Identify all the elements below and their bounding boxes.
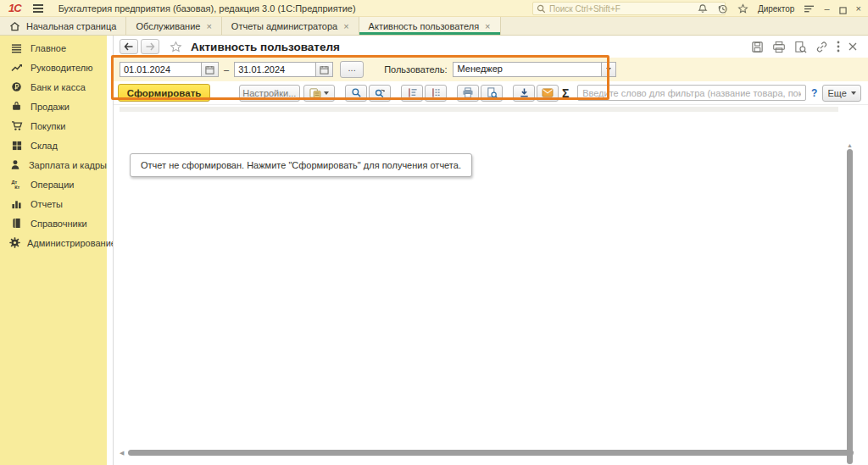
print-preview-icon[interactable] xyxy=(794,41,807,53)
report-top-strip xyxy=(120,107,838,112)
app-logo: 1С xyxy=(8,2,21,14)
current-user[interactable]: Директор xyxy=(758,4,795,14)
chevron-down-icon[interactable] xyxy=(601,62,616,77)
history-icon[interactable] xyxy=(717,3,728,14)
search-input[interactable] xyxy=(549,4,721,14)
minimize-button[interactable]: – xyxy=(824,0,829,17)
date-from-input[interactable] xyxy=(120,62,201,77)
sidebar-item-label: Банк и касса xyxy=(31,82,86,92)
svg-text:Дт: Дт xyxy=(11,180,17,185)
cart-icon xyxy=(9,120,24,131)
tab-home[interactable]: Начальная страница xyxy=(0,17,126,35)
report-header: Активность пользователя xyxy=(114,36,868,58)
user-select-value[interactable]: Менеджер xyxy=(453,62,601,77)
tabbar: Начальная страница Обслуживание × Отчеты… xyxy=(0,17,868,36)
toolbar-row: Сформировать Настройки... xyxy=(114,81,868,105)
get-link-icon[interactable] xyxy=(815,41,828,53)
tab-close-icon[interactable]: × xyxy=(343,21,348,31)
back-button[interactable] xyxy=(120,39,138,54)
find-button[interactable] xyxy=(345,85,367,102)
sidebar-item-purchases[interactable]: Покупки xyxy=(0,116,107,136)
tab-close-icon[interactable]: × xyxy=(485,21,490,31)
sidebar-item-operations[interactable]: ДтКт Операции xyxy=(0,174,107,194)
date-from-field xyxy=(120,62,219,77)
save-icon[interactable] xyxy=(751,41,764,53)
person-icon xyxy=(9,159,22,170)
ruble-icon xyxy=(9,81,24,92)
window-title: Бухгалтерия предприятия (базовая), редак… xyxy=(58,3,356,14)
print-icon[interactable] xyxy=(772,41,786,53)
sidebar-item-salary-hr[interactable]: Зарплата и кадры xyxy=(0,155,107,174)
close-button[interactable]: × xyxy=(856,0,861,17)
service-menu-icon[interactable] xyxy=(804,4,815,14)
search-group xyxy=(345,85,391,102)
expand-groups-button[interactable] xyxy=(425,85,447,102)
user-select: Менеджер xyxy=(453,62,616,77)
report-message: Отчет не сформирован. Нажмите "Сформиров… xyxy=(130,153,472,177)
sidebar-item-sales[interactable]: Продажи xyxy=(0,97,107,116)
period-more-button[interactable]: ... xyxy=(340,61,364,78)
trend-icon xyxy=(9,63,24,73)
sidebar-item-label: Продажи xyxy=(31,102,70,112)
report-form: Активность пользователя xyxy=(113,36,868,465)
cancel-find-button[interactable] xyxy=(369,85,391,102)
send-email-button[interactable] xyxy=(537,85,559,102)
more-button[interactable]: Еще xyxy=(822,85,861,102)
titlebar-right-controls: Директор – × xyxy=(698,0,861,17)
close-form-icon[interactable] xyxy=(849,42,857,51)
calendar-icon[interactable] xyxy=(201,62,219,77)
scroll-up-icon[interactable]: ▲ xyxy=(847,142,853,148)
generate-button[interactable]: Сформировать xyxy=(118,84,210,102)
print-group xyxy=(457,85,503,102)
grouping-group xyxy=(401,85,447,102)
sidebar: Главное Руководителю Банк и касса Продаж… xyxy=(0,36,107,465)
filter-input[interactable] xyxy=(577,85,806,101)
sidebar-item-directories[interactable]: Справочники xyxy=(0,213,107,233)
send-group xyxy=(513,85,559,102)
favorite-star-icon[interactable] xyxy=(170,41,182,53)
sidebar-item-bank-cash[interactable]: Банк и касса xyxy=(0,77,107,97)
date-to-field xyxy=(234,62,333,77)
tab-admin-reports[interactable]: Отчеты администратора × xyxy=(222,17,359,35)
tab-user-activity[interactable]: Активность пользователя × xyxy=(359,17,501,35)
book-icon xyxy=(9,218,24,229)
sidebar-item-warehouse[interactable]: Склад xyxy=(0,136,107,155)
notifications-bell-icon[interactable] xyxy=(698,3,708,14)
sidebar-item-label: Операции xyxy=(31,180,74,190)
help-button[interactable]: ? xyxy=(811,87,817,99)
maximize-button[interactable] xyxy=(839,3,847,14)
grid-icon xyxy=(9,141,24,151)
period-dash: – xyxy=(224,64,229,75)
sidebar-item-main[interactable]: Главное xyxy=(0,38,107,58)
sidebar-item-administration[interactable]: Администрирование xyxy=(0,233,107,252)
more-menu-icon[interactable] xyxy=(837,41,840,53)
calendar-icon[interactable] xyxy=(315,62,333,77)
report-area: Отчет не сформирован. Нажмите "Сформиров… xyxy=(114,105,868,465)
page-title: Активность пользователя xyxy=(191,41,340,53)
horizontal-scrollbar-thumb[interactable] xyxy=(128,450,854,456)
report-variant-icon xyxy=(309,87,321,98)
sidebar-item-label: Главное xyxy=(31,43,66,53)
vertical-scrollbar-thumb[interactable] xyxy=(847,149,853,464)
sidebar-item-label: Покупки xyxy=(31,121,65,131)
report-variants-button[interactable] xyxy=(303,85,336,102)
print-button[interactable] xyxy=(457,85,479,102)
global-search[interactable] xyxy=(532,2,726,15)
scroll-left-icon[interactable]: ◀ xyxy=(120,450,124,457)
sidebar-item-reports[interactable]: Отчеты xyxy=(0,194,107,213)
forward-button[interactable] xyxy=(141,39,159,54)
collapse-groups-button[interactable] xyxy=(401,85,423,102)
list-icon xyxy=(9,43,24,53)
svg-text:Кт: Кт xyxy=(14,185,19,190)
preview-button[interactable] xyxy=(481,85,503,102)
sum-button[interactable]: Σ xyxy=(559,86,572,100)
save-file-button[interactable] xyxy=(513,85,535,102)
favorites-star-icon[interactable] xyxy=(737,3,748,14)
tab-close-icon[interactable]: × xyxy=(206,21,211,31)
sidebar-item-for-manager[interactable]: Руководителю xyxy=(0,58,107,77)
date-to-input[interactable] xyxy=(234,62,315,77)
gear-icon xyxy=(9,237,20,248)
settings-button[interactable]: Настройки... xyxy=(239,85,299,102)
main-menu-button[interactable] xyxy=(33,4,43,13)
tab-service[interactable]: Обслуживание × xyxy=(126,17,221,35)
